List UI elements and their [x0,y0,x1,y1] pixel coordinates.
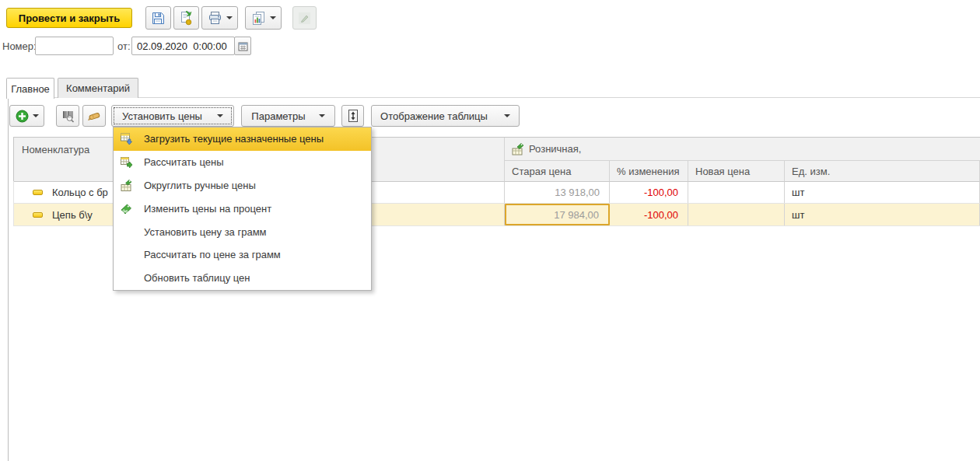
calendar-icon [238,41,248,51]
column-header-label: % изменения [617,166,679,177]
menu-item-label: Рассчитать по цене за грамм [144,249,281,260]
add-dropdown-arrow[interactable] [33,114,39,117]
print-icon [208,11,222,25]
barcode-search-button[interactable] [56,105,79,127]
post-document-icon [179,11,194,26]
item-name: Кольцо с бр [52,187,108,198]
cell-pct-change[interactable]: -100,00 [610,181,688,203]
add-row-button[interactable] [9,105,44,127]
cell-pct-change[interactable]: -100,00 [610,204,688,225]
set-prices-label: Установить цены [122,110,202,122]
menu-item-set-price-per-gram[interactable]: Установить цену за грамм [114,220,371,243]
print-button[interactable] [201,6,238,30]
table-display-dropdown-arrow[interactable] [504,114,510,117]
print-dropdown-arrow[interactable] [226,16,233,19]
retail-price-tag-icon [511,142,524,155]
row-height-button[interactable] [341,105,364,127]
edit-button-disabled [292,6,317,30]
set-prices-dropdown-arrow[interactable] [217,114,223,117]
menu-item-label: Обновить таблицу цен [144,272,250,284]
item-dash-icon [33,190,43,195]
menu-item-label: Рассчитать цены [144,156,224,168]
tab-label: Комментарий [66,82,130,94]
menu-item-label: Округлить ручные цены [144,180,256,191]
cell-unit[interactable]: шт [785,204,980,225]
cell-old-price-active[interactable]: 17 984,00 [505,204,610,225]
empty-icon-slot [120,271,133,285]
price-table-calc-icon [120,155,133,169]
tab-glavnoe[interactable]: Главное [6,78,54,99]
post-document-button[interactable] [173,6,199,30]
menu-item-load-current-prices[interactable]: Загрузить текущие назначенные цены [114,127,371,151]
column-header-new-price[interactable]: Новая цена [688,161,785,182]
reports-button[interactable] [245,6,282,30]
column-header-label: Ед. изм. [792,166,830,177]
set-prices-button[interactable]: Установить цены [111,105,234,127]
up-down-arrows-icon [348,109,359,123]
edit-disabled-icon [298,12,311,25]
menu-item-label: Установить цену за грамм [144,226,267,238]
parameters-button[interactable]: Параметры [241,105,335,127]
menu-item-label: Загрузить текущие назначенные цены [144,133,324,145]
menu-item-label: Изменить цены на процент [144,203,271,215]
number-input[interactable] [35,37,114,55]
column-header-pct-change[interactable]: % изменения [610,161,688,182]
menu-item-change-prices-by-percent[interactable]: Изменить цены на процент [114,197,371,220]
barcode-search-icon [61,110,75,123]
post-and-close-button[interactable]: Провести и закрыть [6,8,132,28]
save-icon [151,11,166,26]
add-plus-icon [16,110,29,123]
menu-item-refresh-price-table[interactable]: Обновить таблицу цен [114,267,371,290]
column-header-unit[interactable]: Ед. изм. [785,161,980,182]
cell-new-price[interactable] [688,181,785,203]
empty-icon-slot [120,225,133,239]
tab-kommentariy[interactable]: Комментарий [58,78,138,98]
menu-item-round-manual-prices[interactable]: Округлить ручные цены [114,174,371,197]
column-header-label: Новая цена [695,166,750,177]
set-prices-dropdown-menu: Загрузить текущие назначенные цены Рассч… [113,127,372,291]
cell-new-price[interactable] [688,204,785,225]
price-tag-table-icon [120,179,133,192]
jewelry-pen-button[interactable] [82,105,106,127]
menu-item-calculate-prices[interactable]: Рассчитать цены [114,151,371,174]
parameters-label: Параметры [251,110,305,122]
reports-chart-icon [251,11,266,26]
parameters-dropdown-arrow[interactable] [319,114,325,117]
document-window: Провести и закрыть [0,0,980,461]
gold-pen-icon [87,110,101,122]
column-header-old-price[interactable]: Старая цена [505,161,610,182]
item-name: Цепь б\у [52,209,93,221]
menu-item-calc-by-price-per-gram[interactable]: Рассчитать по цене за грамм [114,243,371,267]
cell-unit[interactable]: шт [785,181,980,203]
column-group-label: Розничная, [529,143,581,155]
cell-old-price[interactable]: 13 918,00 [505,181,610,203]
save-button[interactable] [145,6,171,30]
percent-tag-icon [120,202,133,215]
price-table-download-icon [120,132,133,145]
number-label: Номер: [2,40,37,52]
tab-label: Главное [11,83,50,95]
date-input[interactable] [131,37,235,55]
column-header-label: Старая цена [512,166,571,177]
calendar-button[interactable] [234,37,251,55]
column-group-retail[interactable]: Розничная, [505,138,980,161]
column-header-label: Номенклатура [22,144,89,155]
reports-dropdown-arrow[interactable] [270,16,276,19]
table-display-button[interactable]: Отображение таблицы [371,105,520,127]
date-from-label: от: [117,40,131,52]
empty-icon-slot [120,248,133,261]
item-dash-icon [33,212,43,218]
table-display-label: Отображение таблицы [380,110,488,122]
